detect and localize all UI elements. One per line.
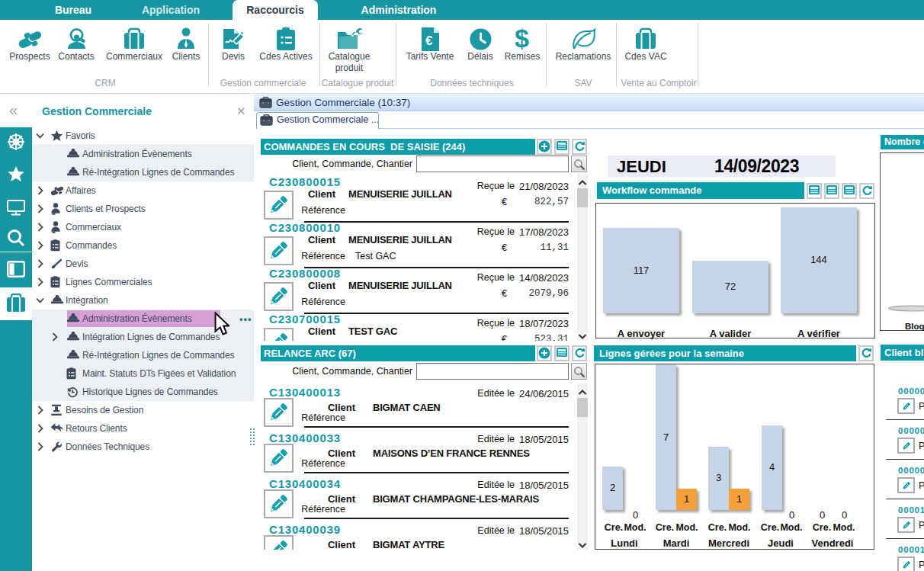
svg-text:$: $	[515, 24, 529, 52]
svg-text:€: €	[425, 34, 433, 48]
